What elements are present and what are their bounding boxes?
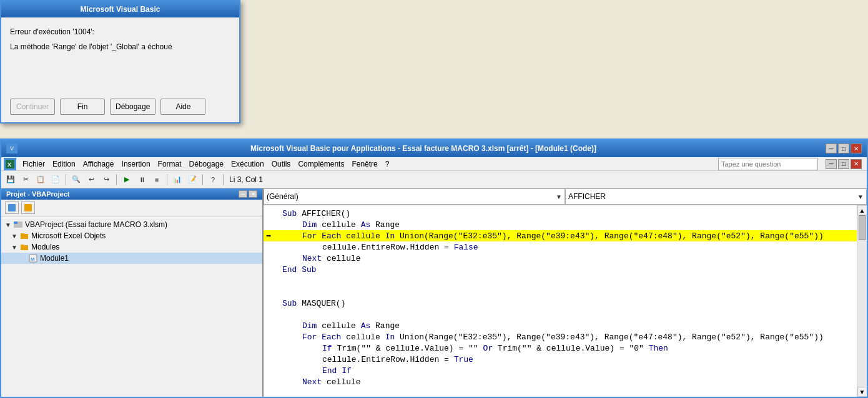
restore-button[interactable]: □	[838, 143, 849, 153]
indent-12	[282, 332, 302, 342]
code-line-2: Dim cellule As Range	[264, 219, 857, 230]
toolbar-save-icon[interactable]: 💾	[4, 173, 17, 187]
continuer-button[interactable]: Continuer	[10, 99, 55, 115]
indent-2	[282, 220, 302, 230]
code-text-3d: Union(Range("E32:e35"), Range("e39:e43")…	[400, 231, 824, 241]
code-editor-area[interactable]: Sub AFFICHER() Dim cellule As Range ➡ Fo…	[264, 205, 857, 397]
vba-project-label: VBAProject (Essai facture MACRO 3.xlsm)	[25, 220, 167, 229]
folder-icon-1	[20, 231, 29, 240]
inner-restore-btn[interactable]: □	[838, 159, 849, 169]
toolbar-find-icon[interactable]: 🔍	[69, 173, 83, 187]
code-scrollbar[interactable]: ▲ ▼	[857, 205, 867, 397]
inner-minimize-btn[interactable]: ─	[826, 159, 837, 169]
toolbar-cut-icon[interactable]: ✂	[19, 173, 32, 187]
module-icon: M	[29, 254, 37, 263]
menu-debogage[interactable]: Débogage	[185, 158, 227, 170]
code-text-12b: cellule	[346, 332, 385, 342]
error-dialog-title: Microsoft Visual Basic	[81, 5, 160, 14]
toolbar-chart-icon[interactable]: 📊	[170, 173, 184, 187]
toolbar-pause-icon[interactable]: ⏸	[135, 173, 149, 187]
scroll-down-btn[interactable]: ▼	[857, 387, 867, 397]
arrow-placeholder-14	[266, 355, 282, 364]
close-button[interactable]: ✕	[851, 143, 862, 153]
code-text-9a: Sub	[282, 299, 302, 308]
modules-label: Modules	[31, 243, 59, 251]
error-dialog: Microsoft Visual Basic Erreur d'exécutio…	[0, 0, 240, 124]
debogage-button[interactable]: Débogage	[110, 99, 155, 115]
project-panel-title: Projet - VBAProject	[6, 190, 69, 198]
toolbar-paste-icon[interactable]: 📄	[49, 173, 62, 187]
menu-complements[interactable]: Compléments	[294, 158, 348, 170]
arrow-placeholder-13	[266, 344, 282, 353]
vba-icon: V	[6, 143, 17, 153]
inner-close-btn[interactable]: ✕	[851, 159, 862, 169]
code-editor-panel: (Général) ▼ AFFICHER ▼ Sub AFFICHER()	[264, 188, 867, 397]
svg-text:M: M	[31, 256, 35, 262]
folder-icon-2	[20, 243, 29, 251]
code-text-12c: In	[385, 332, 400, 342]
code-text-13a: If	[322, 344, 337, 353]
code-text-13d: Trim("" & cellule.Value) = "0"	[498, 344, 649, 353]
tree-vbaproject[interactable]: ▼ VBAProject (Essai facture MACRO 3.xlsm…	[1, 219, 262, 230]
toolbar-undo-icon[interactable]: ↩	[84, 173, 98, 187]
tree-toolbar	[1, 200, 262, 216]
menu-insertion[interactable]: Insertion	[118, 158, 154, 170]
aide-button[interactable]: Aide	[160, 99, 205, 115]
code-text-11a: Dim	[302, 321, 322, 331]
panel-close[interactable]: ✕	[249, 190, 257, 198]
menu-format[interactable]: Format	[154, 158, 185, 170]
menu-affichage[interactable]: Affichage	[79, 158, 118, 170]
menu-outils[interactable]: Outils	[268, 158, 295, 170]
fin-button[interactable]: Fin	[60, 99, 105, 115]
code-text-2a: Dim	[302, 220, 322, 230]
panel-minimize[interactable]: ─	[239, 190, 247, 198]
error-dialog-titlebar: Microsoft Visual Basic	[1, 1, 239, 17]
toolbar-redo-icon[interactable]: ↪	[99, 173, 113, 187]
toolbar-help-btn[interactable]: ?	[206, 173, 220, 187]
code-line-16: Next cellule	[264, 376, 857, 387]
help-search-area	[713, 158, 823, 170]
tree-modules[interactable]: ▼ Modules	[1, 241, 262, 253]
code-text-3b: cellule	[346, 231, 385, 241]
code-line-6: End Sub	[264, 264, 857, 275]
toolbar-run-icon[interactable]: ▶	[120, 173, 134, 187]
help-search-input[interactable]	[718, 158, 818, 170]
expand-excel-objects: ▼	[11, 233, 17, 240]
tree-module1[interactable]: M Module1	[1, 253, 262, 264]
indent-16	[282, 377, 302, 387]
code-text-11d: Range	[375, 321, 400, 331]
arrow-placeholder-15	[266, 366, 282, 376]
code-text-4b: False	[454, 243, 478, 252]
menu-fenetre[interactable]: Fenêtre	[348, 158, 381, 170]
menu-help[interactable]: ?	[382, 158, 393, 170]
scroll-up-btn[interactable]: ▲	[857, 205, 867, 215]
toolbar-stop-icon[interactable]: ■	[150, 173, 164, 187]
vba-titlebar: V Microsoft Visual Basic pour Applicatio…	[1, 140, 867, 157]
code-text-1b: AFFICHER()	[302, 209, 350, 218]
vba-project-icon	[14, 220, 22, 229]
code-editor-header: (Général) ▼ AFFICHER ▼	[264, 188, 867, 205]
code-text-13b: Trim("" & cellule.Value) = ""	[337, 344, 483, 353]
tree-view-btn2[interactable]	[21, 201, 35, 214]
code-line-4: cellule.EntireRow.Hidden = False	[264, 241, 857, 253]
toolbar-copy-icon[interactable]: 📋	[34, 173, 47, 187]
menu-fichier[interactable]: Fichier	[19, 158, 49, 170]
minimize-button[interactable]: ─	[826, 143, 837, 153]
code-text-12a: For Each	[302, 332, 346, 342]
general-dropdown[interactable]: (Général) ▼	[264, 188, 565, 205]
sep2	[116, 174, 117, 185]
menu-execution[interactable]: Exécution	[227, 158, 268, 170]
scroll-thumb[interactable]	[859, 215, 866, 240]
tree-view-btn1[interactable]	[5, 201, 19, 214]
code-text-11c: As	[361, 321, 375, 331]
tree-excel-objects[interactable]: ▼ Microsoft Excel Objets	[1, 230, 262, 241]
code-text-3a: For Each	[302, 231, 346, 241]
code-line-12: For Each cellule In Union(Range("E32:e35…	[264, 331, 857, 342]
afficher-dropdown[interactable]: AFFICHER ▼	[565, 188, 867, 205]
arrow-placeholder-5	[266, 254, 282, 263]
vba-menubar: X Fichier Edition Affichage Insertion Fo…	[1, 157, 867, 171]
menu-edition[interactable]: Edition	[49, 158, 79, 170]
toolbar-module-icon[interactable]: 📝	[185, 173, 199, 187]
indent-5	[282, 254, 302, 263]
afficher-dropdown-arrow: ▼	[857, 193, 864, 200]
